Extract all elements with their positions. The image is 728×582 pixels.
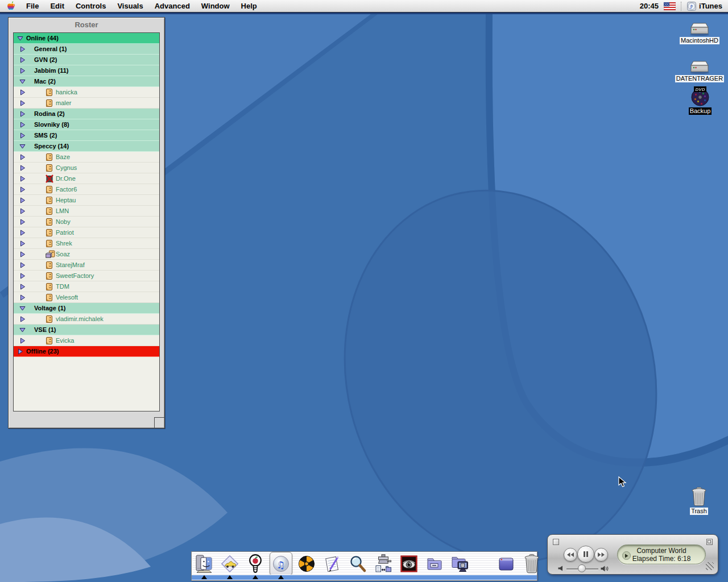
expand-triangle-icon[interactable] (19, 208, 26, 214)
roster-row-dr-one[interactable]: Dr.One (14, 173, 159, 184)
roster-row-tdm[interactable]: TDM (14, 281, 159, 292)
expand-triangle-icon[interactable] (19, 132, 26, 139)
roster-row-cygnus[interactable]: Cygnus (14, 163, 159, 173)
fast-forward-button[interactable] (594, 548, 608, 562)
expand-triangle-icon[interactable] (19, 284, 26, 290)
roster-row-shrek[interactable]: Shrek (14, 238, 159, 249)
pause-button[interactable] (577, 546, 594, 563)
menu-help[interactable]: Help (235, 2, 263, 10)
player-resize-grip[interactable] (706, 562, 714, 570)
roster-row-voltage-1[interactable]: Voltage (1) (14, 303, 159, 314)
desktop-icon-backup[interactable]: DVDBackup (679, 85, 722, 115)
expand-triangle-icon[interactable] (19, 273, 26, 279)
dock-item-folder-slider[interactable] (425, 554, 444, 574)
person-status-icon (46, 282, 53, 291)
menu-clock[interactable]: 20:45 (640, 2, 659, 10)
expand-triangle-icon[interactable] (19, 176, 26, 182)
expand-triangle-icon[interactable] (19, 251, 26, 257)
roster-row-slovniky-8[interactable]: Slovniky (8) (14, 119, 159, 130)
keyboard-flag-icon[interactable] (664, 2, 676, 10)
menu-controls[interactable]: Controls (70, 2, 111, 10)
expand-triangle-icon[interactable] (19, 165, 26, 171)
expand-triangle-icon[interactable] (19, 111, 26, 117)
roster-row-online-44[interactable]: Online (44) (14, 33, 159, 44)
dock-item-magnifier[interactable] (349, 554, 367, 574)
collapse-triangle-icon[interactable] (19, 143, 26, 149)
expand-triangle-icon[interactable] (19, 57, 26, 63)
menu-advanced[interactable]: Advanced (149, 2, 196, 10)
collapse-triangle-icon[interactable] (19, 78, 26, 85)
dock-item-note-pen[interactable] (323, 554, 341, 574)
expand-triangle-icon[interactable] (19, 219, 26, 225)
player-zoom-box[interactable] (706, 539, 713, 545)
dock-item-trash-can[interactable] (523, 554, 541, 574)
expand-triangle-icon[interactable] (17, 348, 23, 355)
expand-triangle-icon[interactable] (19, 316, 26, 322)
roster-row-sweetfactory[interactable]: SweetFactory (14, 271, 159, 281)
dock-item-finder[interactable] (195, 554, 213, 574)
desktop-icon-macintoshhd[interactable]: MacintoshHD (678, 22, 721, 44)
dock-item-app-window[interactable] (497, 554, 515, 574)
roster-title-bar[interactable]: Roster (9, 18, 164, 31)
rewind-button[interactable] (564, 548, 577, 562)
player-lcd-display[interactable]: Computer World Elapsed Time: 6:18 (617, 544, 706, 564)
roster-row-starejmraf[interactable]: StarejMraf (14, 260, 159, 271)
expand-triangle-icon[interactable] (19, 89, 26, 95)
dock-item-radioactive-burner[interactable] (297, 554, 316, 574)
expand-triangle-icon[interactable] (19, 294, 26, 301)
roster-row-offline-23[interactable]: Offline (23) (14, 346, 159, 357)
dock-item-eye-photo[interactable] (400, 554, 418, 574)
expand-triangle-icon[interactable] (19, 197, 26, 203)
application-menu[interactable]: ♪ iTunes (687, 2, 722, 11)
apple-menu[interactable] (0, 1, 20, 11)
grow-box[interactable] (154, 417, 155, 429)
roster-row-mac-2[interactable]: Mac (2) (14, 76, 159, 87)
dock-item-stuffit-expander[interactable] (374, 554, 392, 574)
expand-triangle-icon[interactable] (19, 68, 26, 74)
roster-row-sms-2[interactable]: SMS (2) (14, 130, 159, 141)
volume-slider-thumb[interactable] (578, 564, 586, 572)
roster-row-heptau[interactable]: Heptau (14, 195, 159, 206)
menu-window[interactable]: Window (196, 2, 235, 10)
expand-triangle-icon[interactable] (19, 122, 26, 128)
roster-row-velesoft[interactable]: Velesoft (14, 292, 159, 303)
roster-row-lmn[interactable]: LMN (14, 206, 159, 217)
roster-row-maler[interactable]: maler (14, 98, 159, 109)
roster-row-vladimir-michalek[interactable]: vladimir.michalek (14, 314, 159, 325)
roster-row-factor6[interactable]: Factor6 (14, 184, 159, 195)
roster-row-baze[interactable]: Baze (14, 152, 159, 163)
roster-row-soaz[interactable]: Soaz (14, 249, 159, 260)
roster-row-general-1[interactable]: General (1) (14, 44, 159, 55)
collapse-triangle-icon[interactable] (17, 35, 23, 41)
dock-item-itunes-cd[interactable]: ♫ (270, 552, 292, 576)
roster-row-evicka[interactable]: Evicka (14, 335, 159, 346)
expand-triangle-icon[interactable] (19, 46, 26, 52)
expand-triangle-icon[interactable] (19, 230, 26, 236)
player-close-box[interactable] (553, 539, 559, 545)
roster-row-rodina-2[interactable]: Rodina (2) (14, 109, 159, 119)
expand-triangle-icon[interactable] (19, 262, 26, 268)
dock-item-car-sign[interactable] (221, 554, 239, 574)
menu-file[interactable]: File (20, 2, 44, 10)
dock-item-lightbulb-apple[interactable] (246, 554, 264, 574)
dock-item-folder-monitor[interactable] (451, 554, 469, 574)
expand-triangle-icon[interactable] (19, 100, 26, 106)
roster-row-vse-1[interactable]: VSE (1) (14, 325, 159, 335)
roster-row-label: Noby (56, 218, 71, 225)
desktop-icon-trash[interactable]: Trash (677, 487, 721, 515)
roster-row-speccy-14[interactable]: Speccy (14) (14, 141, 159, 152)
expand-triangle-icon[interactable] (19, 240, 26, 247)
menu-edit[interactable]: Edit (44, 2, 70, 10)
desktop-icon-datentrager[interactable]: DATENTRAGER (678, 60, 721, 82)
roster-row-hanicka[interactable]: hanicka (14, 87, 159, 98)
roster-row-patriot[interactable]: Patriot (14, 227, 159, 238)
expand-triangle-icon[interactable] (19, 154, 26, 160)
expand-triangle-icon[interactable] (19, 186, 26, 193)
expand-triangle-icon[interactable] (19, 338, 26, 344)
menu-visuals[interactable]: Visuals (111, 2, 148, 10)
collapse-triangle-icon[interactable] (19, 305, 26, 311)
roster-row-gvn-2[interactable]: GVN (2) (14, 55, 159, 65)
collapse-triangle-icon[interactable] (19, 327, 26, 333)
roster-row-jabbim-11[interactable]: Jabbim (11) (14, 65, 159, 76)
roster-row-noby[interactable]: Noby (14, 217, 159, 227)
